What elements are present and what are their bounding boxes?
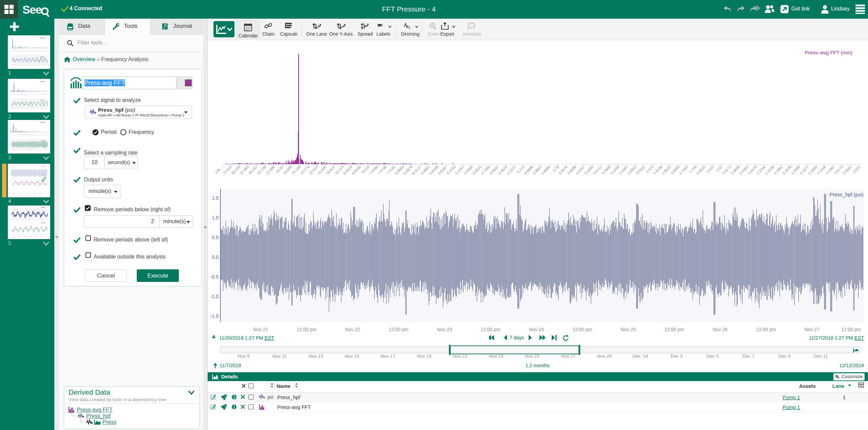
svg-text:2.2305: 2.2305 [790,165,801,175]
svg-text:Name: Name [277,383,290,389]
svg-text:3.1587: 3.1587 [618,165,628,175]
svg-text:3.5257: 3.5257 [575,165,585,175]
svg-text:12:00 pm: 12:00 pm [756,327,776,332]
svg-text:5.6187: 5.6187 [437,165,448,175]
svg-text:Pump 1: Pump 1 [782,404,800,410]
svg-text:12:00 pm: 12:00 pm [297,327,316,332]
svg-text:2.2638: 2.2638 [781,165,792,175]
svg-text:50.335: 50.335 [230,165,241,175]
svg-text:3.2258: 3.2258 [609,165,620,175]
svg-text:7.9786: 7.9786 [368,165,379,175]
svg-text:21.586: 21.586 [265,165,276,175]
svg-text:2.2981: 2.2981 [773,165,784,175]
svg-text:Lane: Lane [832,383,844,389]
svg-text:2.1977: 2.1977 [799,165,809,175]
svg-text:See: See [22,3,42,16]
svg-text:-1.5: -1.5 [210,313,219,319]
svg-text:Press–avg FFT (min): Press–avg FFT (min) [805,50,852,55]
svg-text:2.0773: 2.0773 [833,165,844,175]
svg-text:2.1668: 2.1668 [807,165,818,175]
svg-text:6.5879: 6.5879 [403,165,413,175]
svg-text:3.8885: 3.8885 [541,165,551,175]
svg-text:Press-avg FFT: Press-avg FFT [277,404,311,410]
svg-text:Pump 1: Pump 1 [782,394,800,400]
svg-text:psi: psi [267,394,273,400]
svg-text:10.114: 10.114 [334,165,344,175]
svg-text:37.664: 37.664 [239,165,249,175]
svg-text:2.1358: 2.1358 [816,165,827,175]
svg-text:Nov 22: Nov 22 [345,327,360,332]
svg-text:2.0501: 2.0501 [842,165,852,175]
svg-text:Nov 27: Nov 27 [805,327,820,332]
svg-text:16.856: 16.856 [282,165,293,175]
svg-text:0.5: 0.5 [212,235,219,240]
svg-text:11/20/2018 1:27 PM EST: 11/20/2018 1:27 PM EST [219,335,274,341]
svg-text:Nov 24: Nov 24 [529,327,544,332]
svg-text:4.4619: 4.4619 [497,165,508,175]
svg-text:8.9165: 8.9165 [351,165,361,175]
svg-text:-1.0: -1.0 [210,294,219,299]
svg-text:5.8348: 5.8348 [429,165,439,175]
svg-text:Press_hpf (psi): Press_hpf (psi) [829,192,864,197]
svg-text:3.9907: 3.9907 [532,165,542,175]
svg-text:4.0986: 4.0986 [523,165,534,175]
svg-text:6.3137: 6.3137 [411,165,422,175]
svg-text:3.2969: 3.2969 [601,165,611,175]
svg-text:2.5272: 2.5272 [721,165,732,175]
svg-text:6.0681: 6.0681 [420,165,430,175]
svg-text:4.8915: 4.8915 [472,165,482,175]
svg-text:Nov 26: Nov 26 [713,327,728,332]
svg-text:4.3327: 4.3327 [506,165,516,175]
svg-text:2.9158: 2.9158 [653,165,663,175]
svg-text:7.5799: 7.5799 [377,165,387,175]
svg-text:5.0568: 5.0568 [463,165,473,175]
svg-text:12:00 pm: 12:00 pm [389,327,408,332]
svg-text:3.4456: 3.4456 [584,165,594,175]
svg-text:2.4075: 2.4075 [747,165,758,175]
svg-text:6.8869: 6.8869 [394,165,404,175]
svg-text:9.4815: 9.4815 [342,165,353,175]
svg-text:2.3704: 2.3704 [756,165,766,175]
svg-text:12:00 pm: 12:00 pm [480,327,500,332]
svg-text:15.149: 15.149 [291,165,301,175]
svg-text:2.6615: 2.6615 [695,165,706,175]
svg-text:5.2287: 5.2287 [454,165,465,175]
svg-text:Nov 25: Nov 25 [621,327,636,332]
svg-text:11.645: 11.645 [317,165,327,175]
svg-text:12:00 pm: 12:00 pm [572,327,592,332]
svg-text:Assets: Assets [799,383,816,389]
svg-text:12.613: 12.613 [308,165,318,175]
svg-text:3.0332: 3.0332 [635,165,646,175]
svg-text:13.774: 13.774 [299,165,310,175]
svg-text:4.7366: 4.7366 [480,165,491,175]
svg-text:3.6096: 3.6096 [566,165,577,175]
svg-text:Nov 21: Nov 21 [253,327,268,332]
svg-text:2.1062: 2.1062 [825,165,835,175]
svg-text:1: 1 [843,394,846,400]
svg-text:12:00 pm: 12:00 pm [664,327,684,332]
svg-text:5.4153: 5.4153 [446,165,456,175]
svg-text:Press_hpf: Press_hpf [277,394,300,400]
svg-text:1.5: 1.5 [212,195,219,201]
svg-text:7 days: 7 days [510,335,524,340]
svg-text:2.4858: 2.4858 [730,165,740,175]
svg-text:10.815: 10.815 [325,165,336,175]
svg-text:30.257: 30.257 [248,165,258,175]
svg-text:2.7582: 2.7582 [678,165,689,175]
svg-text:12:00 pm: 12:00 pm [841,327,861,332]
svg-text:25.226: 25.226 [256,165,267,175]
svg-text:74.813: 74.813 [222,165,232,175]
svg-text:2.3339: 2.3339 [764,165,775,175]
svg-text:3.6976: 3.6976 [558,165,568,175]
svg-text:4.5932: 4.5932 [489,165,499,175]
svg-text:-0.5: -0.5 [210,274,219,280]
svg-text:Nov 23: Nov 23 [437,327,452,332]
svg-text:1.0: 1.0 [212,215,219,220]
svg-text:11/27/2018 1:27 PM EST: 11/27/2018 1:27 PM EST [809,335,864,341]
svg-text:3.3712: 3.3712 [592,165,603,175]
svg-text:2.8623: 2.8623 [661,165,672,175]
svg-text:2.8093: 2.8093 [669,165,680,175]
svg-text:2.4463: 2.4463 [738,165,749,175]
svg-text:3.0942: 3.0942 [626,165,637,175]
svg-text:7.2192: 7.2192 [385,165,396,175]
